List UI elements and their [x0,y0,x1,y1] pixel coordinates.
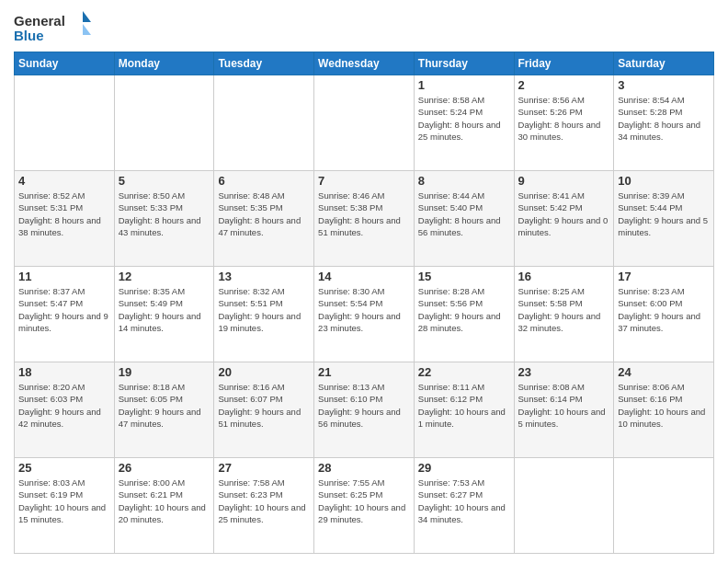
day-number: 2 [518,78,610,92]
calendar-cell: 22Sunrise: 8:11 AM Sunset: 6:12 PM Dayli… [414,362,514,458]
calendar-cell: 6Sunrise: 8:48 AM Sunset: 5:35 PM Daylig… [214,171,314,267]
day-number: 28 [318,461,410,475]
day-info: Sunrise: 8:37 AM Sunset: 5:47 PM Dayligh… [18,285,110,334]
day-info: Sunrise: 7:58 AM Sunset: 6:23 PM Dayligh… [218,477,310,525]
day-number: 14 [318,270,410,283]
day-info: Sunrise: 8:48 AM Sunset: 5:35 PM Dayligh… [218,190,310,238]
day-header-wednesday: Wednesday [314,52,415,75]
day-info: Sunrise: 8:44 AM Sunset: 5:40 PM Dayligh… [418,190,510,238]
day-info: Sunrise: 8:46 AM Sunset: 5:38 PM Dayligh… [318,190,410,238]
day-info: Sunrise: 8:06 AM Sunset: 6:16 PM Dayligh… [618,381,710,430]
day-info: Sunrise: 8:39 AM Sunset: 5:44 PM Dayligh… [618,190,710,238]
day-info: Sunrise: 8:16 AM Sunset: 6:07 PM Dayligh… [218,381,310,430]
calendar-cell: 14Sunrise: 8:30 AM Sunset: 5:54 PM Dayli… [314,267,415,362]
day-header-thursday: Thursday [414,52,514,75]
svg-marker-3 [83,24,91,35]
day-info: Sunrise: 8:35 AM Sunset: 5:49 PM Dayligh… [119,285,210,334]
page-header: General Blue [14,9,714,44]
day-info: Sunrise: 7:55 AM Sunset: 6:25 PM Dayligh… [318,477,410,525]
day-info: Sunrise: 8:32 AM Sunset: 5:51 PM Dayligh… [218,285,310,334]
day-number: 15 [418,270,510,283]
day-info: Sunrise: 8:52 AM Sunset: 5:31 PM Dayligh… [18,190,110,238]
calendar-cell: 16Sunrise: 8:25 AM Sunset: 5:58 PM Dayli… [514,267,614,362]
calendar-cell: 24Sunrise: 8:06 AM Sunset: 6:16 PM Dayli… [614,362,714,458]
calendar-cell: 1Sunrise: 8:58 AM Sunset: 5:24 PM Daylig… [414,75,514,171]
day-info: Sunrise: 8:28 AM Sunset: 5:56 PM Dayligh… [418,285,510,334]
calendar-cell: 23Sunrise: 8:08 AM Sunset: 6:14 PM Dayli… [514,362,614,458]
day-info: Sunrise: 8:56 AM Sunset: 5:26 PM Dayligh… [518,94,610,143]
svg-text:General: General [14,13,65,29]
calendar-cell: 8Sunrise: 8:44 AM Sunset: 5:40 PM Daylig… [414,171,514,267]
calendar-cell: 25Sunrise: 8:03 AM Sunset: 6:19 PM Dayli… [15,458,115,554]
calendar-cell [114,75,214,171]
day-number: 6 [218,174,310,188]
day-number: 9 [518,174,610,188]
calendar-cell: 7Sunrise: 8:46 AM Sunset: 5:38 PM Daylig… [314,171,415,267]
day-info: Sunrise: 8:41 AM Sunset: 5:42 PM Dayligh… [518,190,610,238]
day-info: Sunrise: 8:18 AM Sunset: 6:05 PM Dayligh… [119,381,210,430]
day-header-tuesday: Tuesday [214,52,314,75]
calendar-cell: 9Sunrise: 8:41 AM Sunset: 5:42 PM Daylig… [514,171,614,267]
calendar-cell: 19Sunrise: 8:18 AM Sunset: 6:05 PM Dayli… [114,362,214,458]
day-info: Sunrise: 8:30 AM Sunset: 5:54 PM Dayligh… [318,285,410,334]
calendar-cell: 11Sunrise: 8:37 AM Sunset: 5:47 PM Dayli… [15,267,115,362]
day-info: Sunrise: 8:20 AM Sunset: 6:03 PM Dayligh… [18,381,110,430]
day-info: Sunrise: 8:25 AM Sunset: 5:58 PM Dayligh… [518,285,610,334]
day-number: 19 [119,365,210,379]
day-number: 24 [618,365,710,379]
day-number: 27 [218,461,310,475]
logo: General Blue [14,9,97,44]
day-info: Sunrise: 8:58 AM Sunset: 5:24 PM Dayligh… [418,94,510,143]
calendar-cell [314,75,415,171]
day-info: Sunrise: 8:03 AM Sunset: 6:19 PM Dayligh… [18,477,110,525]
day-number: 13 [218,270,310,283]
day-number: 4 [18,174,110,188]
day-number: 22 [418,365,510,379]
day-number: 18 [18,365,110,379]
day-number: 7 [318,174,410,188]
calendar-cell: 10Sunrise: 8:39 AM Sunset: 5:44 PM Dayli… [614,171,714,267]
day-number: 8 [418,174,510,188]
calendar-cell: 17Sunrise: 8:23 AM Sunset: 6:00 PM Dayli… [614,267,714,362]
svg-marker-2 [83,11,91,22]
day-number: 29 [418,461,510,475]
calendar-cell: 15Sunrise: 8:28 AM Sunset: 5:56 PM Dayli… [414,267,514,362]
day-info: Sunrise: 8:11 AM Sunset: 6:12 PM Dayligh… [418,381,510,430]
day-number: 16 [518,270,610,283]
logo-svg: General Blue [14,9,97,44]
calendar-cell: 29Sunrise: 7:53 AM Sunset: 6:27 PM Dayli… [414,458,514,554]
calendar-cell: 18Sunrise: 8:20 AM Sunset: 6:03 PM Dayli… [15,362,115,458]
day-number: 26 [119,461,210,475]
calendar-cell: 3Sunrise: 8:54 AM Sunset: 5:28 PM Daylig… [614,75,714,171]
day-number: 10 [618,174,710,188]
calendar-cell: 26Sunrise: 8:00 AM Sunset: 6:21 PM Dayli… [114,458,214,554]
day-info: Sunrise: 8:08 AM Sunset: 6:14 PM Dayligh… [518,381,610,430]
calendar-cell: 20Sunrise: 8:16 AM Sunset: 6:07 PM Dayli… [214,362,314,458]
day-number: 20 [218,365,310,379]
calendar-cell: 21Sunrise: 8:13 AM Sunset: 6:10 PM Dayli… [314,362,415,458]
day-number: 17 [618,270,710,283]
day-info: Sunrise: 8:50 AM Sunset: 5:33 PM Dayligh… [119,190,210,238]
day-info: Sunrise: 7:53 AM Sunset: 6:27 PM Dayligh… [418,477,510,525]
calendar-cell: 12Sunrise: 8:35 AM Sunset: 5:49 PM Dayli… [114,267,214,362]
calendar-cell: 13Sunrise: 8:32 AM Sunset: 5:51 PM Dayli… [214,267,314,362]
day-number: 3 [618,78,710,92]
calendar-cell [214,75,314,171]
day-header-friday: Friday [514,52,614,75]
day-number: 12 [119,270,210,283]
day-header-sunday: Sunday [15,52,115,75]
calendar-cell: 27Sunrise: 7:58 AM Sunset: 6:23 PM Dayli… [214,458,314,554]
calendar-cell [614,458,714,554]
calendar-cell: 28Sunrise: 7:55 AM Sunset: 6:25 PM Dayli… [314,458,415,554]
day-number: 5 [119,174,210,188]
day-header-monday: Monday [114,52,214,75]
day-number: 21 [318,365,410,379]
day-info: Sunrise: 8:13 AM Sunset: 6:10 PM Dayligh… [318,381,410,430]
calendar-table: SundayMondayTuesdayWednesdayThursdayFrid… [14,52,714,554]
calendar-cell: 4Sunrise: 8:52 AM Sunset: 5:31 PM Daylig… [15,171,115,267]
day-info: Sunrise: 8:00 AM Sunset: 6:21 PM Dayligh… [119,477,210,525]
calendar-cell: 5Sunrise: 8:50 AM Sunset: 5:33 PM Daylig… [114,171,214,267]
day-number: 1 [418,78,510,92]
day-info: Sunrise: 8:54 AM Sunset: 5:28 PM Dayligh… [618,94,710,143]
day-number: 25 [18,461,110,475]
